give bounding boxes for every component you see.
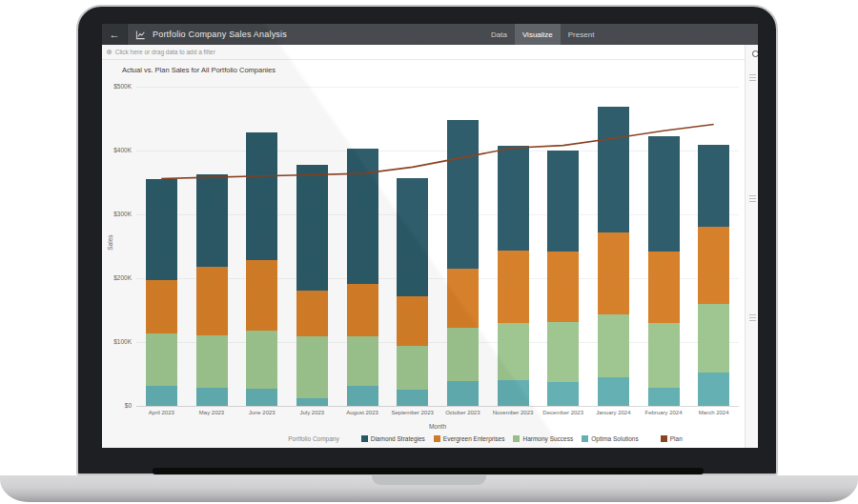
legend-label: Diamond Strategies [371,435,425,442]
legend-item[interactable]: Optima Solutions [582,435,639,442]
legend-swatch [361,435,368,442]
y-axis-label: $100K [102,338,132,345]
legend-label: Evergreen Enterprises [443,435,505,442]
add-filter-icon[interactable]: ⊕ [106,49,112,56]
x-axis-label: September 2023 [388,410,438,415]
chart-title: Actual vs. Plan Sales for All Portfolio … [122,66,276,74]
filter-bar[interactable]: ⊕ Click here or drag data to add a filte… [102,45,745,60]
y-axis-label: $500K [102,83,132,90]
legend-label: Plan [670,435,683,442]
y-axis-label: $0 [102,402,132,409]
laptop-hinge [153,468,704,474]
y-axis-label: $200K [102,274,132,281]
legend-group-label: Portfolio Company [288,435,338,442]
legend-item[interactable]: Plan [661,435,683,442]
chart: Actual vs. Plan Sales for All Portfolio … [102,60,745,448]
tab-present[interactable]: Present [561,24,603,45]
back-button[interactable]: ← [102,24,128,45]
legend-swatch [434,435,440,442]
view-tabs: DataVisualizePresent [483,24,602,45]
line-chart-icon [135,30,146,40]
x-axis-label: December 2023 [539,410,588,415]
legend-label: Harmony Success [522,435,573,442]
x-axis-label: April 2023 [136,410,186,415]
x-axis-label: October 2023 [438,410,487,415]
x-axis-label: August 2023 [337,410,387,415]
panel-text-fragment [749,74,756,82]
laptop-screen: ← Portfolio Company Sales Analysis DataV… [102,24,758,448]
legend-item[interactable]: Evergreen Enterprises [434,435,505,442]
x-axis-label: May 2023 [187,410,236,415]
x-axis-label: February 2024 [639,410,688,415]
plan-line[interactable] [136,87,739,406]
laptop-base-notch [372,475,486,485]
legend-item[interactable]: Harmony Success [513,435,573,442]
tab-visualize[interactable]: Visualize [515,24,561,45]
legend-label: Optima Solutions [591,435,639,442]
x-axis-label: November 2023 [488,410,538,415]
panel-text-fragment [749,195,756,203]
back-arrow-icon: ← [110,30,120,40]
x-axis-label: January 2024 [588,410,638,415]
plot-area [136,87,739,406]
x-axis-label: June 2023 [237,410,287,415]
legend-swatch [582,435,588,442]
x-axis-label: July 2023 [287,410,337,415]
legend-swatch [661,435,667,442]
panel-toggle-icon[interactable] [752,50,758,57]
panel-text-fragment [749,314,756,322]
y-axis-label: $400K [102,147,132,153]
x-axis-label: March 2024 [689,410,739,415]
y-axis-label: $300K [102,211,132,217]
legend-row: Portfolio CompanyDiamond StrategiesEverg… [102,433,745,444]
legend-swatch [513,435,520,442]
x-axis-title: Month [136,423,739,430]
tab-data[interactable]: Data [483,24,515,45]
app-top-bar: ← Portfolio Company Sales Analysis DataV… [102,24,758,45]
filter-hint-text: Click here or drag data to add a filter [115,49,215,55]
cutoff-right-panel [745,45,758,448]
legend-item[interactable]: Diamond Strategies [361,435,425,442]
y-axis-title: Sales [107,224,113,262]
app-title: Portfolio Company Sales Analysis [153,30,287,39]
